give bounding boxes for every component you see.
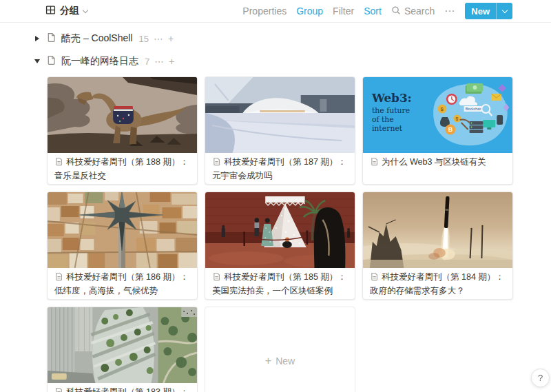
triangle-right-icon (35, 36, 39, 41)
card-title: 科技爱好者周刊（第 188 期）：音乐是反社交 (48, 153, 197, 182)
group-button[interactable]: Group (296, 6, 323, 17)
chevron-down-icon (501, 7, 507, 12)
card-title: 科技爱好者周刊（第 185 期）：美国宪法拍卖，一个区块链案例 (205, 268, 355, 297)
card-cover-image (205, 77, 355, 153)
view-toolbar: Properties Group Filter Sort Search ⋯ Ne… (242, 3, 512, 19)
help-button[interactable]: ? (531, 369, 550, 387)
gallery-card-web3[interactable]: Web3: the future of the internet Blockch… (362, 76, 513, 185)
card-cover-image (205, 192, 355, 268)
card-title: 科技爱好者周刊（第 183 期）：腾讯的员工退休福利 (48, 383, 197, 392)
search-icon (391, 6, 401, 17)
plus-icon: + (265, 355, 271, 367)
search-label: Search (404, 6, 435, 17)
page-icon (54, 387, 63, 392)
gallery-card-186[interactable]: 科技爱好者周刊（第 186 期）：低纬度，高海拔，气候优势 (47, 192, 198, 300)
card-cover-image (48, 192, 197, 268)
card-title-text: 科技爱好者周刊（第 188 期）：音乐是反社交 (54, 157, 189, 180)
page-icon (370, 272, 379, 285)
properties-button[interactable]: Properties (242, 6, 287, 17)
page-icon (212, 157, 221, 170)
view-tab[interactable]: 分组 (45, 5, 87, 18)
svg-text:$: $ (440, 106, 444, 112)
card-title: 为什么 Web3 与区块链有关 (363, 153, 512, 170)
page-icon (54, 157, 63, 170)
gallery-card-184[interactable]: 科技爱好者周刊（第 184 期）：政府的存储需求有多大？ (362, 192, 513, 300)
group-row-ruanyifeng: 阮一峰的网络日志 7 ⋯ + (33, 54, 551, 69)
view-header: 分组 Properties Group Filter Sort Search ⋯… (0, 0, 551, 23)
new-card-label: New (276, 355, 295, 367)
card-cover-image (363, 192, 512, 268)
group-add-button[interactable]: + (168, 33, 174, 44)
card-title-text: 科技爱好者周刊（第 183 期）：腾讯的员工退休福利 (54, 387, 189, 392)
svg-text:$: $ (456, 116, 459, 122)
new-dropdown-button[interactable] (496, 3, 512, 19)
gallery-grid: 科技爱好者周刊（第 188 期）：音乐是反社交 (47, 76, 551, 392)
card-title-text: 科技爱好者周刊（第 186 期）：低纬度，高海拔，气候优势 (54, 272, 189, 296)
page-icon (46, 55, 56, 68)
group-add-button[interactable]: + (169, 56, 174, 67)
group-count: 7 (145, 56, 149, 67)
svg-text:internet: internet (372, 124, 403, 133)
svg-text:B: B (448, 126, 453, 133)
card-title-text: 科技爱好者周刊（第 187 期）：元宇宙会成功吗 (212, 157, 346, 180)
gallery-view-body: 酷壳 – CoolShell 15 ⋯ + 阮一峰的网络日志 7 ⋯ + (0, 23, 551, 392)
card-title: 科技爱好者周刊（第 186 期）：低纬度，高海拔，气候优势 (48, 268, 197, 297)
page-icon (54, 272, 63, 285)
more-button[interactable]: ⋯ (444, 5, 455, 17)
group-more-button[interactable]: ⋯ (154, 56, 164, 67)
page-icon (370, 157, 379, 170)
table-view-icon (45, 5, 56, 18)
group-collapse-toggle[interactable] (33, 59, 41, 63)
page-icon (212, 272, 221, 285)
card-title-text: 科技爱好者周刊（第 185 期）：美国宪法拍卖，一个区块链案例 (212, 272, 346, 296)
page-icon (46, 32, 56, 45)
new-button-group: New (465, 3, 512, 19)
group-expand-toggle[interactable] (33, 36, 41, 41)
svg-text:the future: the future (372, 106, 410, 115)
gallery-card-183[interactable]: 科技爱好者周刊（第 183 期）：腾讯的员工退休福利 (47, 307, 198, 392)
card-cover-image: Web3: the future of the internet Blockch… (363, 77, 512, 153)
gallery-card-188[interactable]: 科技爱好者周刊（第 188 期）：音乐是反社交 (47, 76, 198, 185)
group-title[interactable]: 酷壳 – CoolShell (61, 32, 133, 45)
search-button[interactable]: Search (391, 6, 435, 17)
group-count: 15 (139, 34, 149, 44)
gallery-card-185[interactable]: 科技爱好者周刊（第 185 期）：美国宪法拍卖，一个区块链案例 (205, 192, 355, 300)
card-title-text: 科技爱好者周刊（第 184 期）：政府的存储需求有多大？ (370, 272, 504, 296)
card-title-text: 为什么 Web3 与区块链有关 (382, 157, 486, 167)
web3-cover-title: Web3: (371, 91, 412, 105)
group-row-coolshell: 酷壳 – CoolShell 15 ⋯ + (33, 31, 551, 46)
new-card-button[interactable]: + New (205, 307, 355, 392)
sort-button[interactable]: Sort (364, 6, 382, 17)
view-name: 分组 (60, 5, 79, 17)
filter-button[interactable]: Filter (333, 6, 354, 17)
group-more-button[interactable]: ⋯ (154, 33, 163, 44)
svg-text:of the: of the (372, 115, 394, 124)
card-title: 科技爱好者周刊（第 184 期）：政府的存储需求有多大？ (363, 268, 512, 297)
triangle-down-icon (34, 59, 40, 63)
chevron-down-icon (83, 7, 88, 12)
group-title[interactable]: 阮一峰的网络日志 (61, 55, 138, 68)
new-button[interactable]: New (465, 3, 496, 19)
card-cover-image (48, 77, 197, 153)
gallery-card-187[interactable]: 科技爱好者周刊（第 187 期）：元宇宙会成功吗 (205, 76, 355, 185)
svg-text:Blockchain: Blockchain (466, 107, 482, 111)
card-cover-image (48, 307, 197, 383)
card-title: 科技爱好者周刊（第 187 期）：元宇宙会成功吗 (205, 153, 355, 182)
